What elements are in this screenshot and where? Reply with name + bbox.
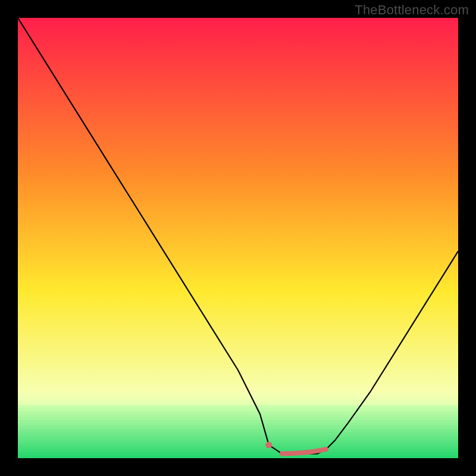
svg-rect-4 [18,417,458,421]
gradient-background [18,18,458,458]
svg-rect-14 [18,446,458,450]
svg-rect-13 [18,443,458,447]
svg-rect-17 [18,455,458,458]
plot-svg [18,18,458,458]
chart-frame: TheBottleneck.com [0,0,476,476]
svg-rect-15 [18,449,458,453]
svg-rect-8 [18,429,458,433]
svg-rect-16 [18,452,458,456]
svg-rect-7 [18,426,458,430]
highlight-dot [265,441,272,448]
svg-rect-12 [18,440,458,444]
bottom-stripes [18,405,458,458]
svg-rect-5 [18,420,458,424]
svg-rect-11 [18,438,458,441]
watermark-text: TheBottleneck.com [355,2,469,18]
svg-rect-2 [18,411,458,415]
svg-rect-10 [18,435,458,439]
svg-rect-6 [18,423,458,427]
svg-rect-1 [18,408,458,412]
plot-area [18,18,458,458]
svg-rect-0 [18,405,458,409]
svg-rect-3 [18,414,458,418]
svg-rect-9 [18,432,458,436]
